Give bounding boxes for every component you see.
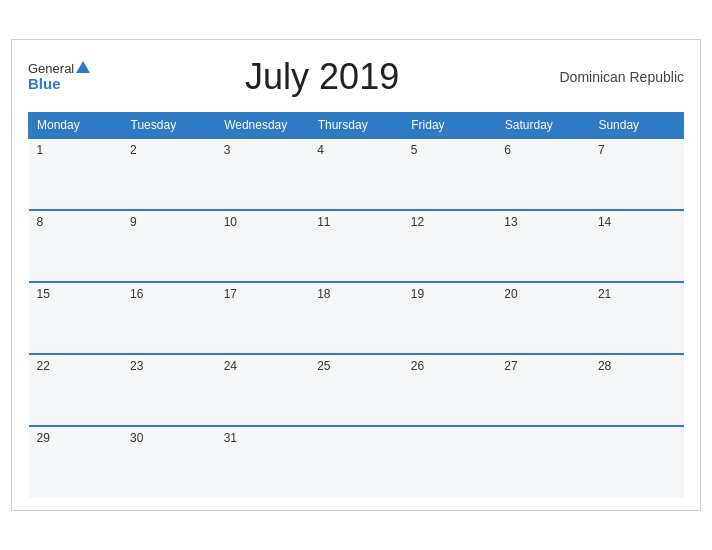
- calendar-day-1: 1: [29, 138, 123, 210]
- calendar-day-empty: [403, 426, 497, 498]
- calendar-day-15: 15: [29, 282, 123, 354]
- calendar-week-row: 15161718192021: [29, 282, 684, 354]
- calendar-day-30: 30: [122, 426, 216, 498]
- calendar-day-20: 20: [496, 282, 590, 354]
- logo: General Blue: [28, 62, 90, 93]
- calendar-day-7: 7: [590, 138, 684, 210]
- calendar-day-empty: [496, 426, 590, 498]
- logo-triangle-icon: [76, 61, 90, 73]
- calendar-week-row: 22232425262728: [29, 354, 684, 426]
- calendar-day-28: 28: [590, 354, 684, 426]
- calendar-day-empty: [309, 426, 403, 498]
- calendar-day-11: 11: [309, 210, 403, 282]
- logo-general-text: General: [28, 62, 90, 76]
- weekday-header-wednesday: Wednesday: [216, 113, 310, 139]
- calendar-week-row: 1234567: [29, 138, 684, 210]
- calendar-week-row: 891011121314: [29, 210, 684, 282]
- calendar-day-2: 2: [122, 138, 216, 210]
- calendar-day-16: 16: [122, 282, 216, 354]
- calendar-day-6: 6: [496, 138, 590, 210]
- calendar-day-24: 24: [216, 354, 310, 426]
- weekday-header-row: MondayTuesdayWednesdayThursdayFridaySatu…: [29, 113, 684, 139]
- weekday-header-sunday: Sunday: [590, 113, 684, 139]
- weekday-header-monday: Monday: [29, 113, 123, 139]
- calendar-day-25: 25: [309, 354, 403, 426]
- calendar-grid: MondayTuesdayWednesdayThursdayFridaySatu…: [28, 112, 684, 498]
- calendar-day-31: 31: [216, 426, 310, 498]
- calendar-day-13: 13: [496, 210, 590, 282]
- calendar-day-21: 21: [590, 282, 684, 354]
- calendar-day-empty: [590, 426, 684, 498]
- weekday-header-tuesday: Tuesday: [122, 113, 216, 139]
- calendar-day-18: 18: [309, 282, 403, 354]
- calendar-day-10: 10: [216, 210, 310, 282]
- calendar-day-5: 5: [403, 138, 497, 210]
- calendar-day-3: 3: [216, 138, 310, 210]
- weekday-header-saturday: Saturday: [496, 113, 590, 139]
- calendar-day-8: 8: [29, 210, 123, 282]
- calendar-weekdays-header: MondayTuesdayWednesdayThursdayFridaySatu…: [29, 113, 684, 139]
- calendar-title: July 2019: [90, 56, 554, 98]
- calendar-day-9: 9: [122, 210, 216, 282]
- calendar-day-22: 22: [29, 354, 123, 426]
- calendar-container: General Blue July 2019 Dominican Republi…: [11, 39, 701, 511]
- calendar-body: 1234567891011121314151617181920212223242…: [29, 138, 684, 498]
- weekday-header-thursday: Thursday: [309, 113, 403, 139]
- calendar-header: General Blue July 2019 Dominican Republi…: [28, 56, 684, 98]
- calendar-day-14: 14: [590, 210, 684, 282]
- calendar-day-4: 4: [309, 138, 403, 210]
- calendar-day-26: 26: [403, 354, 497, 426]
- calendar-day-17: 17: [216, 282, 310, 354]
- calendar-week-row: 293031: [29, 426, 684, 498]
- calendar-day-12: 12: [403, 210, 497, 282]
- calendar-day-27: 27: [496, 354, 590, 426]
- calendar-day-19: 19: [403, 282, 497, 354]
- calendar-region: Dominican Republic: [554, 69, 684, 85]
- calendar-day-29: 29: [29, 426, 123, 498]
- logo-blue-text: Blue: [28, 76, 90, 93]
- weekday-header-friday: Friday: [403, 113, 497, 139]
- calendar-day-23: 23: [122, 354, 216, 426]
